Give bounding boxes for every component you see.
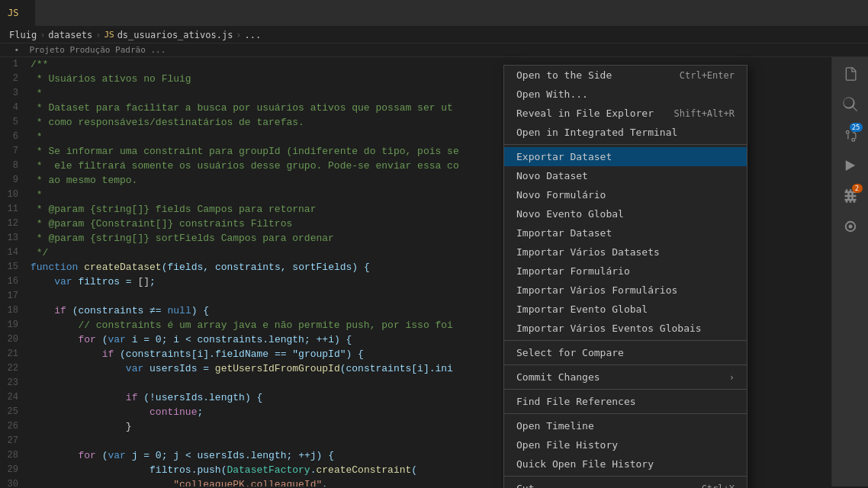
- context-menu[interactable]: Open to the SideCtrl+EnterOpen With...Re…: [503, 65, 747, 488]
- line-number: 21: [0, 347, 31, 361]
- menu-item-label-cut: Cut: [516, 483, 534, 488]
- menu-separator-sep5: [504, 413, 747, 414]
- line-number: 15: [0, 260, 31, 274]
- menu-item-exportar-dataset[interactable]: Exportar Dataset: [504, 147, 747, 166]
- menu-item-novo-dataset[interactable]: Novo Dataset: [504, 166, 747, 185]
- menu-item-importar-varios-formularios[interactable]: Importar Vários Formulários: [504, 281, 747, 300]
- line-number: 30: [0, 477, 31, 486]
- menu-item-label-exportar-dataset: Exportar Dataset: [516, 151, 612, 162]
- breadcrumb: Fluig › datasets › JS ds_usuarios_ativos…: [0, 27, 868, 43]
- line-number: 3: [0, 86, 31, 101]
- line-number: 11: [0, 202, 31, 217]
- menu-item-shortcut-cut: Ctrl+X: [702, 483, 735, 489]
- menu-item-shortcut-open-side: Ctrl+Enter: [680, 70, 735, 81]
- line-number: 1: [0, 57, 31, 72]
- breadcrumb-filename[interactable]: ds_usuarios_ativos.js: [117, 30, 233, 40]
- right-sidebar: 252: [831, 57, 868, 486]
- line-number: 24: [0, 390, 31, 405]
- line-number: 2: [0, 72, 31, 86]
- editor-area: 1/**2 * Usuários ativos no Fluig3 *4 * D…: [0, 57, 868, 486]
- file-tab[interactable]: JS: [0, 0, 36, 26]
- menu-item-reveal-explorer[interactable]: Reveal in File ExplorerShift+Alt+R: [504, 104, 747, 123]
- menu-item-importar-formulario[interactable]: Importar Formulário: [504, 262, 747, 281]
- line-number: 16: [0, 274, 31, 289]
- menu-item-label-commit-changes: Commit Changes: [516, 371, 600, 383]
- sidebar-icon-run[interactable]: [840, 155, 861, 176]
- line-number: 18: [0, 303, 31, 318]
- line-number: 19: [0, 318, 31, 332]
- menu-item-commit-changes[interactable]: Commit Changes›: [504, 368, 747, 387]
- menu-item-label-importar-varios-datasets: Importar Vários Datasets: [516, 246, 660, 258]
- line-number: 28: [0, 448, 31, 463]
- sidebar-icon-extensions[interactable]: 2: [840, 185, 861, 207]
- badge-source-control: 25: [850, 123, 863, 132]
- menu-separator-sep1: [504, 144, 747, 145]
- menu-separator-sep2: [504, 340, 747, 341]
- menu-item-label-find-references: Find File References: [516, 396, 636, 407]
- menu-item-cut[interactable]: CutCtrl+X: [504, 479, 747, 488]
- line-number: 25: [0, 405, 31, 419]
- breadcrumb-extra[interactable]: ...: [245, 30, 262, 40]
- sidebar-icon-files[interactable]: [840, 63, 861, 85]
- menu-item-importar-varios-eventos[interactable]: Importar Vários Eventos Globais: [504, 319, 747, 338]
- menu-item-label-importar-varios-formularios: Importar Vários Formulários: [516, 284, 677, 296]
- sidebar-icon-fluig[interactable]: [840, 216, 861, 237]
- breadcrumb-fluig[interactable]: Fluig: [9, 30, 37, 40]
- line-number: 10: [0, 188, 31, 202]
- line-number: 26: [0, 419, 31, 434]
- menu-item-label-novo-formulario: Novo Formulário: [516, 189, 606, 201]
- menu-item-find-references[interactable]: Find File References: [504, 392, 747, 411]
- blame-bar: • Projeto Produção Padrão ...: [0, 43, 868, 57]
- line-number: 29: [0, 463, 31, 477]
- menu-item-label-open-side: Open to the Side: [516, 69, 612, 81]
- breadcrumb-datasets[interactable]: datasets: [48, 30, 92, 40]
- line-number: 5: [0, 115, 31, 130]
- line-number: 17: [0, 289, 31, 303]
- blame-commit: Projeto Produção Padrão ...: [30, 45, 166, 55]
- line-number: 13: [0, 231, 31, 246]
- badge-extensions: 2: [852, 184, 863, 193]
- sidebar-icon-source-control[interactable]: 25: [840, 124, 861, 146]
- menu-item-select-compare[interactable]: Select for Compare: [504, 343, 747, 362]
- menu-item-importar-evento[interactable]: Importar Evento Global: [504, 300, 747, 319]
- line-number: 12: [0, 217, 31, 231]
- menu-item-label-importar-evento: Importar Evento Global: [516, 303, 648, 315]
- menu-item-label-select-compare: Select for Compare: [516, 347, 624, 358]
- menu-item-novo-formulario[interactable]: Novo Formulário: [504, 185, 747, 204]
- menu-item-label-open-terminal: Open in Integrated Terminal: [516, 127, 677, 138]
- menu-item-open-history[interactable]: Open File History: [504, 435, 747, 454]
- menu-item-label-importar-varios-eventos: Importar Vários Eventos Globais: [516, 323, 702, 334]
- line-number: 22: [0, 361, 31, 376]
- menu-item-shortcut-reveal-explorer: Shift+Alt+R: [674, 108, 735, 119]
- breadcrumb-sep-3: ›: [236, 30, 241, 40]
- line-number: 4: [0, 101, 31, 115]
- line-number: 9: [0, 173, 31, 188]
- menu-item-label-quick-open-history: Quick Open File History: [516, 458, 654, 470]
- breadcrumb-sep-1: ›: [40, 30, 45, 40]
- line-number: 8: [0, 159, 31, 173]
- menu-item-importar-dataset[interactable]: Importar Dataset: [504, 223, 747, 242]
- menu-item-label-open-history: Open File History: [516, 439, 618, 451]
- menu-item-novo-evento[interactable]: Novo Evento Global: [504, 204, 747, 223]
- menu-item-label-importar-formulario: Importar Formulário: [516, 265, 630, 277]
- menu-separator-sep6: [504, 476, 747, 477]
- menu-item-label-reveal-explorer: Reveal in File Explorer: [516, 108, 654, 119]
- menu-item-label-novo-dataset: Novo Dataset: [516, 170, 588, 181]
- menu-item-open-terminal[interactable]: Open in Integrated Terminal: [504, 123, 747, 142]
- menu-separator-sep4: [504, 389, 747, 390]
- line-number: 20: [0, 332, 31, 347]
- menu-item-importar-varios-datasets[interactable]: Importar Vários Datasets: [504, 242, 747, 262]
- menu-item-label-importar-dataset: Importar Dataset: [516, 227, 612, 239]
- line-number: 27: [0, 434, 31, 448]
- menu-item-arrow-commit-changes: ›: [729, 372, 735, 383]
- menu-item-label-novo-evento: Novo Evento Global: [516, 208, 624, 220]
- sidebar-icon-search[interactable]: [840, 94, 861, 115]
- menu-item-open-timeline[interactable]: Open Timeline: [504, 416, 747, 435]
- menu-item-quick-open-history[interactable]: Quick Open File History: [504, 454, 747, 474]
- line-number: 23: [0, 376, 31, 390]
- menu-item-open-side[interactable]: Open to the SideCtrl+Enter: [504, 66, 747, 85]
- menu-item-open-with[interactable]: Open With...: [504, 85, 747, 104]
- menu-item-label-open-timeline: Open Timeline: [516, 420, 594, 432]
- line-number: 6: [0, 130, 31, 144]
- svg-point-1: [848, 225, 852, 229]
